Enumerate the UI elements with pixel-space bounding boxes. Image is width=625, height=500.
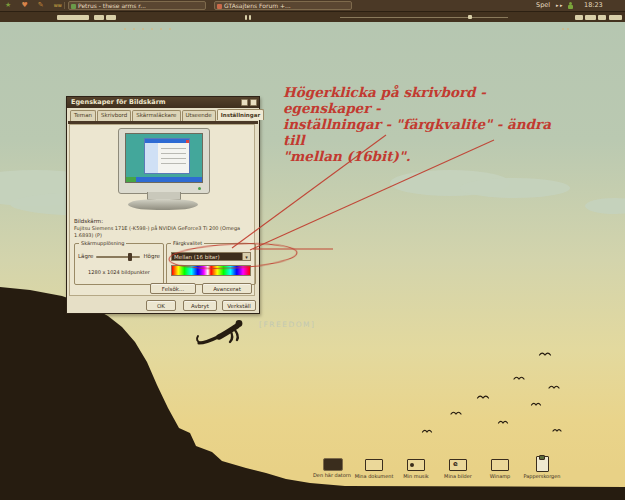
taskbar-window-petrus[interactable]: Petrus - these arms r... — [68, 1, 206, 10]
taskbar-window-forum[interactable]: GTAsajtens Forum +... — [214, 1, 352, 10]
birds-flock — [423, 353, 562, 432]
annotation-line-1: Högerklicka på skrivbord - egenskaper - — [283, 84, 573, 116]
annotation-text: Högerklicka på skrivbord - egenskaper - … — [283, 84, 573, 164]
desktop-icon-label: Mina bilder — [436, 473, 480, 479]
tray-expand-arrows-icon[interactable]: ▸ ▸ — [556, 0, 563, 11]
desktop-icon-label: Mina dokument — [352, 473, 396, 479]
media-dot-button[interactable] — [133, 28, 135, 30]
folder-icon — [365, 459, 383, 471]
desktop-icon-winamp[interactable]: Winamp — [478, 458, 522, 479]
star-icon[interactable]: ★ — [5, 0, 11, 11]
media-dot-button[interactable] — [151, 28, 153, 30]
my-computer-icon — [323, 458, 343, 471]
ok-button[interactable]: OK — [146, 300, 176, 311]
folder-e-icon: e — [449, 459, 467, 471]
resolution-value: 1280 x 1024 bildpunkter — [75, 269, 163, 275]
ribbon-icon[interactable]: ᴡᴡ — [54, 0, 62, 11]
bird-icon — [549, 386, 559, 388]
folder-dot-icon — [407, 459, 425, 471]
media-button[interactable] — [609, 15, 622, 20]
bird-icon — [451, 412, 461, 414]
desktop-icon-label: Min musik — [394, 473, 438, 479]
troubleshoot-button[interactable]: Felsök... — [150, 283, 196, 294]
color-quality-groupbox: Färgkvalitet Mellan (16 bitar) — [166, 243, 256, 285]
media-button[interactable] — [575, 15, 583, 20]
preview-taskbar — [126, 177, 202, 182]
display-device-value: Fujitsu Siemens 171E (-K598-) på NVIDIA … — [74, 225, 254, 239]
display-label: Bildskärm: — [74, 218, 103, 224]
media-dot-button[interactable] — [169, 28, 171, 30]
tab-skrivbord[interactable]: Skrivbord — [97, 110, 131, 121]
media-dot-button[interactable] — [142, 28, 144, 30]
cancel-button[interactable]: Avbryt — [183, 300, 217, 311]
media-button[interactable] — [106, 15, 116, 20]
color-quality-group-title: Färgkvalitet — [171, 240, 204, 246]
resolution-group-title: Skärmupplösning — [79, 240, 126, 246]
bird-icon — [499, 421, 508, 423]
media-button[interactable] — [94, 15, 104, 20]
bird-icon — [423, 430, 432, 432]
media-toolbar — [0, 11, 625, 22]
apply-button[interactable]: Verkställ — [222, 300, 256, 311]
monitor-power-led — [198, 187, 201, 190]
desktop-icon-my-pictures[interactable]: e Mina bilder — [436, 458, 480, 479]
pause-icon[interactable] — [249, 15, 251, 20]
seek-slider-thumb[interactable] — [468, 15, 472, 19]
bird-icon — [532, 403, 541, 405]
messenger-person-icon[interactable] — [568, 2, 573, 9]
desktop-icon-my-computer[interactable]: Den här datorn — [310, 458, 354, 478]
heart-icon[interactable]: ♥ — [21, 0, 27, 11]
dialog-titlebar[interactable]: Egenskaper för Bildskärm — [67, 97, 259, 108]
resolution-low-label: Lägre — [78, 253, 93, 259]
bird-icon — [514, 377, 524, 379]
dialog-title: Egenskaper för Bildskärm — [71, 98, 166, 106]
tab-installningar[interactable]: Inställningar — [217, 109, 264, 120]
jumper-silhouette — [197, 320, 242, 343]
tab-skarmslackare[interactable]: Skärmsläckare — [132, 110, 180, 121]
dialog-close-button[interactable] — [250, 99, 257, 106]
preview-window — [144, 138, 190, 174]
media-dot-button[interactable] — [124, 28, 126, 30]
monitor-screen-preview — [125, 133, 203, 183]
advanced-button[interactable]: Avancerat — [202, 283, 252, 294]
settings-tab-page: Bildskärm: Fujitsu Siemens 171E (-K598-)… — [69, 124, 255, 296]
annotation-line-3: "mellan (16bit)". — [283, 148, 573, 164]
color-quality-dropdown[interactable]: Mellan (16 bitar) — [171, 252, 251, 261]
display-properties-dialog: Egenskaper för Bildskärm Teman Skrivbord… — [66, 96, 260, 314]
taskbar: ★ ♥ ✎ ᴡᴡ ✳ Petrus - these arms r... GTAs… — [0, 0, 625, 11]
pause-icon[interactable] — [245, 15, 247, 20]
chevron-down-icon[interactable] — [242, 253, 250, 260]
monitor-bezel — [118, 128, 210, 194]
window-button-label: GTAsajtens Forum +... — [224, 2, 291, 9]
seek-slider[interactable] — [340, 17, 508, 18]
resolution-groupbox: Skärmupplösning Lägre Högre 1280 x 1024 … — [74, 243, 164, 285]
pencil-icon[interactable]: ✎ — [38, 0, 44, 11]
bird-icon — [553, 430, 561, 431]
monitor-base — [128, 199, 198, 210]
desktop-icon-label: Winamp — [478, 473, 522, 479]
resolution-slider[interactable] — [96, 256, 140, 258]
media-button[interactable] — [598, 15, 606, 20]
resolution-slider-thumb[interactable] — [128, 253, 132, 261]
desktop-screen: [FREEDOM] Den här datorn Mina dokument M… — [0, 0, 625, 500]
dialog-tabs: Teman Skrivbord Skärmsläckare Utseende I… — [70, 110, 265, 121]
tab-utseende[interactable]: Utseende — [182, 110, 216, 121]
bird-icon — [478, 396, 489, 398]
desktop-icon-my-music[interactable]: Min musik — [394, 458, 438, 479]
tab-teman[interactable]: Teman — [70, 110, 96, 121]
media-dot-button[interactable] — [562, 28, 564, 30]
desktop-icon-recycle-bin[interactable]: Papperskorgen — [520, 456, 564, 479]
app-icon — [217, 4, 222, 9]
tray-menu-spel[interactable]: Spel — [536, 0, 550, 11]
dialog-help-button[interactable] — [241, 99, 248, 106]
app-icon — [71, 4, 76, 9]
media-display-field[interactable] — [57, 15, 89, 20]
tray-clock: 18:23 — [584, 0, 603, 11]
media-dot-button[interactable] — [160, 28, 162, 30]
monitor-preview — [110, 128, 216, 216]
bird-icon — [540, 353, 551, 355]
color-gradient-bar — [171, 265, 251, 276]
media-dot-button[interactable] — [567, 28, 569, 30]
media-button[interactable] — [585, 15, 596, 20]
desktop-icon-my-documents[interactable]: Mina dokument — [352, 458, 396, 479]
